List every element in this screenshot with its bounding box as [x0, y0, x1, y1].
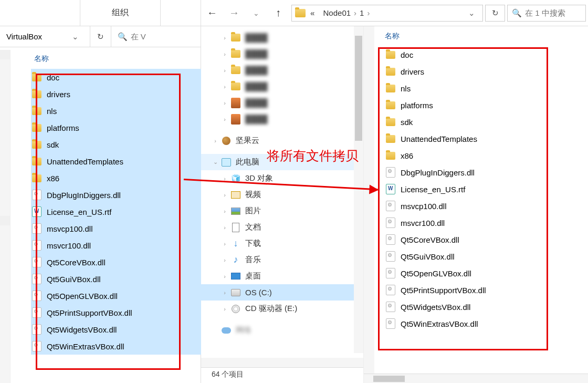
- annotation-highlight-left: [36, 74, 181, 370]
- archive-icon: [231, 98, 240, 108]
- folder-icon: [231, 34, 240, 42]
- drive-icon: [231, 289, 240, 296]
- chevron-down-icon[interactable]: ⌄: [464, 8, 479, 18]
- left-name-column-header[interactable]: 名称: [24, 50, 201, 69]
- nut-icon: [222, 137, 230, 145]
- tree-pc-item[interactable]: ›文档: [201, 219, 363, 235]
- chevron-down-icon[interactable]: ⌄: [68, 32, 83, 42]
- tree-label: 下载: [245, 239, 261, 249]
- header-blank-1: [0, 0, 80, 26]
- header-blank-2: [161, 0, 201, 26]
- nav-tree-panel: ›████›████›████›████›████›████ › 坚果云 ⌄ 此…: [201, 26, 364, 383]
- cloud-icon: [222, 327, 231, 334]
- chevron-right-icon[interactable]: ›: [220, 116, 229, 122]
- nav-recent-button[interactable]: ⌄: [245, 0, 267, 26]
- tree-label: ████: [245, 82, 268, 91]
- right-name-column-header[interactable]: 名称: [364, 26, 588, 46]
- archive-icon: [231, 114, 240, 125]
- chevron-right-icon[interactable]: ›: [220, 208, 229, 214]
- tree-pc-item[interactable]: ›桌面: [201, 268, 363, 284]
- pc-icon: [222, 158, 231, 167]
- chevron-right-icon[interactable]: ›: [220, 35, 229, 41]
- right-panel-scrollbar[interactable]: [364, 26, 374, 383]
- chevron-right-icon[interactable]: ›: [220, 257, 229, 263]
- annotation-highlight-right: [378, 47, 548, 350]
- tree-pc-item[interactable]: ›OS (C:): [201, 284, 363, 301]
- breadcrumb-part[interactable]: «: [310, 8, 314, 17]
- tree-pc-item[interactable]: ›图片: [201, 203, 363, 219]
- left-search-box[interactable]: 🔍: [111, 26, 201, 47]
- tree-quick-item[interactable]: ›████: [201, 78, 363, 95]
- tree-label: 网络: [236, 325, 251, 335]
- tree-quick-item[interactable]: ›████: [201, 29, 363, 46]
- tree-quick-item[interactable]: ›████: [201, 62, 363, 78]
- chevron-right-icon[interactable]: ›: [220, 289, 229, 296]
- tree-scrollbar[interactable]: [354, 26, 363, 353]
- right-search-input[interactable]: [525, 8, 581, 17]
- tree-label: ████: [245, 49, 268, 58]
- chevron-right-icon[interactable]: ›: [211, 138, 220, 144]
- document-icon: [232, 223, 239, 232]
- tree-label: OS (C:): [245, 288, 272, 297]
- tree-nutcloud[interactable]: › 坚果云: [201, 132, 363, 149]
- tree-label: 3D 对象: [245, 173, 273, 183]
- tree-label: 图片: [245, 206, 261, 216]
- left-path-text: VirtualBox: [6, 32, 42, 41]
- tree-pc-children: ›🧊3D 对象›视频›图片›文档›↓下载›♪音乐›桌面›OS (C:)›CD 驱…: [201, 170, 363, 317]
- nav-back-button[interactable]: ←: [201, 0, 223, 26]
- tree-label: 音乐: [245, 255, 261, 265]
- right-h-scrollbar[interactable]: [364, 374, 588, 383]
- right-address-bar[interactable]: « Node01 › 1 › ⌄: [291, 5, 483, 22]
- tree-label: ████: [245, 33, 268, 42]
- tree-this-pc[interactable]: ⌄ 此电脑: [201, 154, 363, 170]
- nav-up-button[interactable]: ↑: [267, 0, 289, 26]
- chevron-right-icon[interactable]: ›: [220, 84, 229, 90]
- left-nav-scrollbar[interactable]: [0, 50, 10, 383]
- tree-pc-item[interactable]: ›CD 驱动器 (E:): [201, 301, 363, 317]
- left-search-input[interactable]: [131, 32, 195, 41]
- chevron-down-icon[interactable]: ⌄: [211, 159, 220, 165]
- status-bar: 64 个项目: [201, 367, 363, 383]
- breadcrumb-part[interactable]: 1: [360, 8, 364, 17]
- chevron-right-icon[interactable]: ›: [220, 175, 229, 182]
- chevron-right-icon[interactable]: ›: [220, 241, 229, 247]
- left-address-bar[interactable]: VirtualBox ⌄: [0, 26, 90, 47]
- organize-tab[interactable]: 组织: [80, 0, 161, 26]
- chevron-right-icon[interactable]: ›: [220, 192, 229, 198]
- 3d-icon: 🧊: [231, 174, 241, 183]
- chevron-right-icon[interactable]: ›: [220, 224, 229, 231]
- tree-pc-item[interactable]: ›🧊3D 对象: [201, 170, 363, 187]
- chevron-right-icon[interactable]: ›: [220, 67, 229, 74]
- search-icon: 🔍: [512, 8, 522, 18]
- chevron-right-icon[interactable]: ›: [354, 8, 356, 17]
- tree-pc-item[interactable]: ›♪音乐: [201, 252, 363, 268]
- chevron-right-icon[interactable]: ›: [220, 306, 229, 312]
- tree-pc-item[interactable]: ›视频: [201, 187, 363, 203]
- refresh-button[interactable]: ↻: [90, 26, 111, 47]
- nav-forward-button[interactable]: →: [223, 0, 245, 26]
- music-icon: ♪: [234, 254, 238, 265]
- tree-quick-item[interactable]: ›████: [201, 46, 363, 62]
- folder-icon: [231, 50, 240, 58]
- tree-quick-item[interactable]: ›████: [201, 111, 363, 127]
- download-icon: ↓: [234, 238, 238, 249]
- chevron-right-icon[interactable]: ›: [220, 51, 229, 57]
- chevron-right-icon[interactable]: ›: [220, 100, 229, 106]
- folder-icon: [231, 66, 240, 74]
- tree-network[interactable]: 网络: [201, 322, 363, 338]
- tree-h-scrollbar[interactable]: [201, 358, 363, 367]
- chevron-right-icon[interactable]: ›: [367, 8, 370, 17]
- tree-label: ████: [245, 98, 268, 107]
- breadcrumb: « Node01 › 1 ›: [309, 8, 371, 17]
- tree-pc-item[interactable]: ›↓下载: [201, 235, 363, 252]
- refresh-button[interactable]: ↻: [485, 5, 505, 22]
- right-search-box[interactable]: 🔍: [507, 5, 586, 22]
- video-icon: [231, 191, 240, 199]
- breadcrumb-sep: [318, 8, 320, 17]
- folder-icon: [231, 82, 240, 90]
- chevron-right-icon[interactable]: ›: [220, 273, 229, 280]
- search-icon: 🔍: [118, 32, 128, 42]
- tree-label: 桌面: [245, 271, 261, 281]
- breadcrumb-part[interactable]: Node01: [323, 8, 351, 17]
- tree-quick-item[interactable]: ›████: [201, 95, 363, 111]
